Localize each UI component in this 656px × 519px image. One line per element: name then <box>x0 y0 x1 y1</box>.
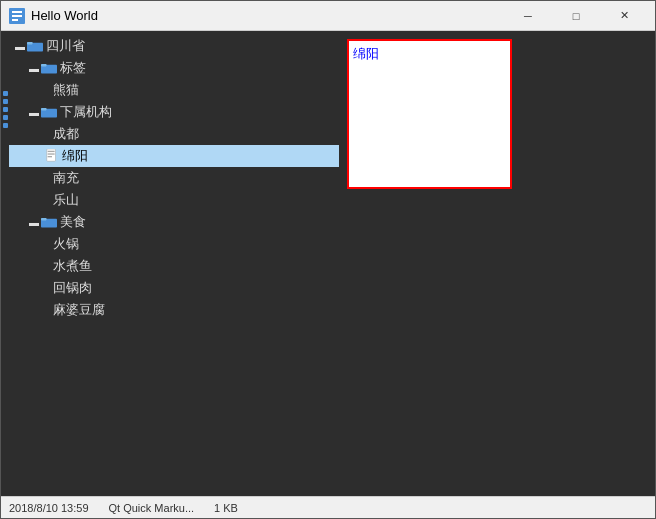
title-bar: Hello World ─ □ ✕ <box>1 1 655 31</box>
tree-item-chengdu[interactable]: 成都 <box>9 123 339 145</box>
item-label: 成都 <box>53 125 335 143</box>
item-label: 标签 <box>60 59 335 77</box>
svg-rect-1 <box>12 11 22 13</box>
item-label: 乐山 <box>53 191 335 209</box>
main-window: Hello World ─ □ ✕ ▬ <box>0 0 656 519</box>
detail-label: 绵阳 <box>353 46 379 61</box>
tree-item-leshan[interactable]: 乐山 <box>9 189 339 211</box>
strip-dot <box>3 115 8 120</box>
tree-item-hotpot[interactable]: 火锅 <box>9 233 339 255</box>
svg-rect-8 <box>41 64 47 66</box>
status-size: 1 KB <box>214 502 238 514</box>
svg-rect-13 <box>48 153 55 154</box>
tree-item-nanchong[interactable]: 南充 <box>9 167 339 189</box>
maximize-button[interactable]: □ <box>553 1 599 31</box>
strip-dot <box>3 107 8 112</box>
expand-icon[interactable]: ▬ <box>27 61 41 75</box>
expand-icon[interactable]: ▬ <box>13 39 27 53</box>
right-panel: 绵阳 <box>339 31 655 496</box>
svg-rect-14 <box>48 156 52 157</box>
detail-box: 绵阳 <box>347 39 512 189</box>
left-strip <box>1 31 9 496</box>
window-title: Hello World <box>31 8 505 23</box>
folder-icon <box>27 40 43 52</box>
status-app: Qt Quick Marku... <box>109 502 195 514</box>
item-label: 水煮鱼 <box>53 257 335 275</box>
strip-dot <box>3 99 8 104</box>
tree-item-panda[interactable]: 熊猫 <box>9 79 339 101</box>
item-label: 美食 <box>60 213 335 231</box>
tree-panel: ▬ 四川省 ▬ 标签 熊猫 <box>9 31 339 496</box>
tree-item-sichuan[interactable]: ▬ 四川省 <box>9 35 339 57</box>
tree-item-mapo[interactable]: 麻婆豆腐 <box>9 299 339 321</box>
status-date: 2018/8/10 13:59 <box>9 502 89 514</box>
expand-icon[interactable]: ▬ <box>27 215 41 229</box>
tree-item-food[interactable]: ▬ 美食 <box>9 211 339 233</box>
expand-icon[interactable]: ▬ <box>27 105 41 119</box>
doc-icon <box>45 149 59 163</box>
item-label: 南充 <box>53 169 335 187</box>
folder-icon <box>41 62 57 74</box>
svg-rect-3 <box>12 19 18 21</box>
item-label: 下属机构 <box>60 103 335 121</box>
close-button[interactable]: ✕ <box>601 1 647 31</box>
folder-icon <box>41 216 57 228</box>
tree-item-huiguorou[interactable]: 回锅肉 <box>9 277 339 299</box>
item-label: 绵阳 <box>62 147 335 165</box>
folder-icon <box>41 106 57 118</box>
svg-rect-12 <box>48 151 55 152</box>
app-icon <box>9 8 25 24</box>
tree-item-mianyang[interactable]: 绵阳 <box>9 145 339 167</box>
item-label: 回锅肉 <box>53 279 335 297</box>
tree-item-tags[interactable]: ▬ 标签 <box>9 57 339 79</box>
minimize-button[interactable]: ─ <box>505 1 551 31</box>
svg-rect-16 <box>41 218 47 220</box>
status-bar: 2018/8/10 13:59 Qt Quick Marku... 1 KB <box>1 496 655 518</box>
svg-rect-10 <box>41 108 47 110</box>
window-controls: ─ □ ✕ <box>505 1 647 31</box>
svg-rect-6 <box>27 42 33 44</box>
item-label: 四川省 <box>46 37 335 55</box>
item-label: 熊猫 <box>53 81 335 99</box>
tree-item-shuizhuyu[interactable]: 水煮鱼 <box>9 255 339 277</box>
item-label: 麻婆豆腐 <box>53 301 335 319</box>
content-area: ▬ 四川省 ▬ 标签 熊猫 <box>1 31 655 496</box>
strip-dot <box>3 123 8 128</box>
strip-dot <box>3 91 8 96</box>
tree-item-suborg[interactable]: ▬ 下属机构 <box>9 101 339 123</box>
svg-rect-2 <box>12 15 22 17</box>
item-label: 火锅 <box>53 235 335 253</box>
